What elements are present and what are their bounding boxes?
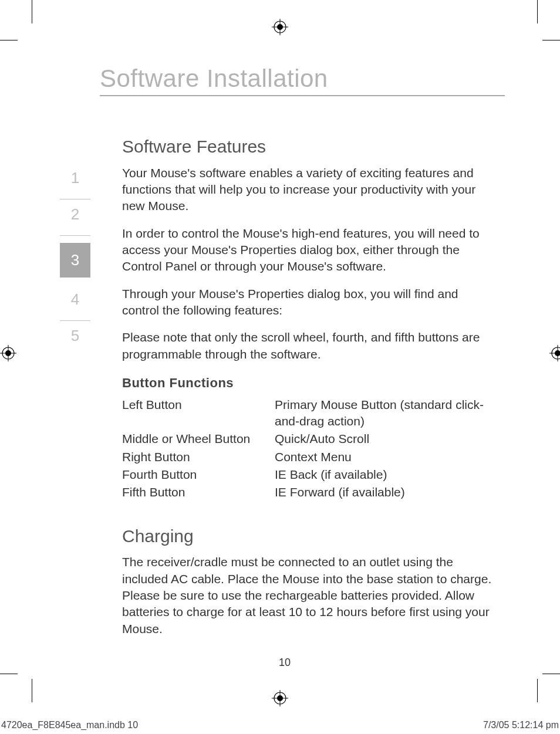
heading-button-functions: Button Functions: [122, 374, 498, 392]
paragraph: The receiver/cradle must be connected to…: [122, 554, 498, 637]
button-name: Left Button: [122, 397, 275, 430]
registration-mark-icon: [549, 345, 560, 361]
crop-mark: [0, 40, 18, 40]
sidebar-item-1: 1: [60, 163, 90, 199]
footer-timestamp: 7/3/05 5:12:14 pm: [483, 720, 559, 730]
page-title: Software Installation: [100, 65, 505, 93]
crop-mark: [542, 674, 560, 674]
button-desc: Context Menu: [275, 449, 498, 465]
footer-filename: 4720ea_F8E845ea_man.indb 10: [1, 720, 138, 730]
sidebar-item-3: 3: [60, 243, 90, 278]
button-name: Fourth Button: [122, 466, 275, 483]
registration-mark-icon: [272, 19, 288, 35]
page-number: 10: [29, 657, 540, 669]
heading-charging: Charging: [122, 525, 498, 549]
heading-software-features: Software Features: [122, 135, 498, 159]
button-desc: Quick/Auto Scroll: [275, 431, 498, 447]
button-functions-table: Left Button Primary Mouse Button (standa…: [122, 397, 498, 501]
paragraph: Please note that only the scroll wheel, …: [122, 329, 498, 363]
button-desc: IE Forward (if available): [275, 484, 498, 500]
paragraph: Your Mouse's software enables a variety …: [122, 165, 498, 215]
paragraph: In order to control the Mouse's high-end…: [122, 225, 498, 275]
page-body: Software Installation 1 2 3 4 5 Software…: [29, 35, 540, 692]
sidebar-item-4: 4: [60, 285, 90, 321]
button-name: Fifth Button: [122, 484, 275, 500]
crop-mark: [537, 0, 538, 23]
crop-mark: [0, 674, 18, 674]
main-content: Software Features Your Mouse's software …: [122, 135, 498, 648]
sidebar-item-2: 2: [60, 199, 90, 236]
section-sidebar: 1 2 3 4 5: [60, 163, 90, 357]
paragraph: Through your Mouse's Properties dialog b…: [122, 286, 498, 319]
button-desc: Primary Mouse Button (standard click-and…: [275, 397, 498, 430]
button-name: Right Button: [122, 449, 275, 465]
button-desc: IE Back (if available): [275, 466, 498, 483]
page-title-bar: Software Installation: [100, 65, 505, 96]
registration-mark-icon: [0, 345, 16, 361]
crop-mark: [32, 0, 32, 23]
button-name: Middle or Wheel Button: [122, 431, 275, 447]
registration-mark-icon: [272, 690, 288, 706]
crop-mark: [542, 40, 560, 40]
sidebar-item-5: 5: [60, 321, 90, 357]
